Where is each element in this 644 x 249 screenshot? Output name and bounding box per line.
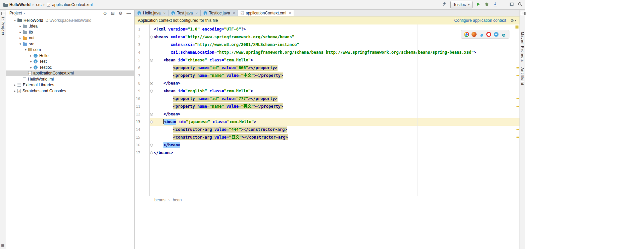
tree-item-testloc[interactable]: ▸Testloc [6,64,134,70]
tree-item-idea[interactable]: ▸.idea [6,23,134,30]
code-line-9[interactable]: 9− <bean id="english" class="com.Hello"> [135,87,519,95]
chevron-down-icon[interactable]: ▾ [13,19,17,22]
code-line-6[interactable]: 6− <property name="id" value="666"></pro… [135,64,519,72]
breadcrumb-helloworld[interactable]: HelloWorld [9,2,31,7]
chevron-right-icon[interactable]: ▸ [18,24,22,28]
inspection-indicator[interactable] [515,26,518,29]
chevron-right-icon[interactable]: ▸ [18,36,22,40]
collapse-all-icon[interactable]: ⊟ [111,11,114,15]
tab-test-java[interactable]: Test.java× [168,10,201,16]
tree-item-out[interactable]: ▸out [6,35,134,41]
code-line-10[interactable]: 10− <property name="id" value="777"></pr… [135,95,519,103]
code-token: <?xml [154,27,168,32]
debug-button[interactable] [484,2,489,8]
hide-panel-icon[interactable]: — [127,11,131,15]
locate-file-icon[interactable]: ⊙ [103,11,107,15]
chevron-right-icon[interactable]: ▸ [13,83,17,87]
firefox-browser-icon[interactable] [472,32,477,37]
tree-item-lib[interactable]: ▸lib [6,29,134,35]
tool-button-ant-build[interactable]: Ant Build [521,67,525,85]
fold-marker-icon[interactable]: − [149,118,154,126]
tab-close-icon[interactable]: × [196,11,198,15]
xml-breadcrumb-bean[interactable]: bean [173,198,182,202]
tool-windows-button[interactable] [509,2,514,8]
code-token: <property [173,72,197,79]
fold-marker-icon[interactable]: − [149,56,154,64]
chevron-right-icon[interactable]: ▸ [13,89,17,93]
tab-testloc-java[interactable]: Testloc.java× [201,10,238,16]
chevron-right-icon[interactable]: ▸ [29,66,33,69]
warning-stripe-mark[interactable] [516,106,519,107]
chevron-down-icon[interactable]: ▾ [23,48,28,51]
code-line-3[interactable]: 3− xmlns:xsi="http://www.w3.org/2001/XML… [135,41,519,49]
build-hammer-icon[interactable] [442,2,447,8]
warning-stripe-mark[interactable] [516,75,519,76]
code-text: <property name="id" value="666"></proper… [154,64,278,72]
xml-breadcrumb-beans[interactable]: beans [154,198,165,202]
opera-browser-icon[interactable] [486,32,491,37]
fold-marker-icon[interactable]: − [149,110,154,118]
tree-item-helloworld[interactable]: ▾HelloWorldD:\Workspace\HelloWorld [6,17,134,23]
code-line-12[interactable]: 12− </bean> [135,110,519,118]
editor-viewport[interactable]: 1−<?xml version="1.0" encoding="UTF-8"?>… [135,24,519,196]
warning-stripe-mark[interactable] [516,129,519,130]
tree-item-test[interactable]: ▸Test [6,59,134,65]
warning-stripe-mark[interactable] [516,98,519,99]
tree-item-helloworld-iml[interactable]: HelloWorld.iml [6,76,134,82]
banner-settings[interactable]: ⚙ ▾ [510,18,516,23]
code-line-14[interactable]: 14− <constructor-arg value="444"></const… [135,126,519,134]
tab-applicationcontext-xml[interactable]: applicationContext.xml× [238,10,294,16]
tree-item-applicationcontext-xml[interactable]: applicationContext.xml [6,70,134,77]
warning-stripe-mark[interactable] [516,67,519,68]
code-line-16[interactable]: 16− </bean> [135,141,519,149]
code-token: "日文" [229,134,242,140]
code-line-7[interactable]: 7− <property name="name" value="中文"></pr… [135,72,519,80]
breadcrumb-applicationcontext-xml[interactable]: applicationContext.xml [52,2,93,7]
chrome-browser-icon[interactable] [464,32,469,37]
settings-gear-icon[interactable]: ⚙ [118,11,122,15]
warning-stripe-mark[interactable] [516,137,519,138]
tool-window-switcher-icon[interactable]: ▦ [1,244,4,247]
tree-item-com[interactable]: ▾com [6,47,134,53]
project-tool-button[interactable]: 1: Project [0,12,6,35]
code-token: ?> [241,27,246,32]
ie-browser-icon[interactable] [479,32,484,37]
code-token: value [221,65,234,71]
tree-item-external-libraries[interactable]: ▸External Libraries [6,82,134,88]
tree-item-src[interactable]: ▾src [6,41,134,47]
project-view-select[interactable]: Project ▾ [9,11,25,15]
search-everywhere-button[interactable] [517,2,523,8]
fold-marker-icon[interactable]: − [149,80,154,87]
run-config-select[interactable]: Testloc ▾ [450,1,473,8]
code-line-17[interactable]: 17−</beans> [135,149,519,157]
breadcrumb-src[interactable]: src [36,2,42,7]
run-button[interactable] [476,2,481,8]
configure-context-link[interactable]: Configure application context [454,18,506,23]
fold-marker-icon[interactable]: − [149,141,154,149]
tree-item-hello[interactable]: ▸Hello [6,53,134,59]
edge-browser-icon[interactable] [501,32,506,37]
chevron-down-icon[interactable]: ▾ [18,42,22,46]
code-line-5[interactable]: 5− <bean id="chinese" class="com.Hello"> [135,56,519,64]
code-line-4[interactable]: 4− xsi:schemaLocation="http://www.spring… [135,49,519,56]
right-stripe-buttons: Maven ProjectsAnt Build [520,32,525,85]
code-line-11[interactable]: 11− <property name="name" value="英文"></p… [135,103,519,110]
code-token: "http://www.springframework.org/schema/b… [185,35,294,39]
chevron-right-icon[interactable]: ▸ [29,54,33,57]
fold-marker-icon[interactable]: − [149,87,154,95]
tree-item-scratches-and-consoles[interactable]: ▸Scratches and Consoles [6,88,134,94]
code-line-8[interactable]: 8− </bean> [135,80,519,87]
tab-close-icon[interactable]: × [289,11,291,15]
fold-marker-icon[interactable]: − [149,33,154,41]
tab-close-icon[interactable]: × [163,11,165,15]
tab-close-icon[interactable]: × [233,11,235,15]
chevron-right-icon[interactable]: ▸ [18,31,22,34]
code-line-15[interactable]: 15− <constructor-arg value="日文"></constr… [135,134,519,141]
tab-hello-java[interactable]: Hello.java× [135,10,168,16]
tool-button-maven-projects[interactable]: Maven Projects [521,32,525,62]
fold-marker-icon[interactable]: − [149,149,154,157]
code-line-13[interactable]: 13− <bean id="japanese" class="com.Hello… [135,118,519,126]
coverage-button[interactable] [493,2,498,8]
safari-browser-icon[interactable] [494,32,499,37]
chevron-right-icon[interactable]: ▸ [29,60,33,63]
